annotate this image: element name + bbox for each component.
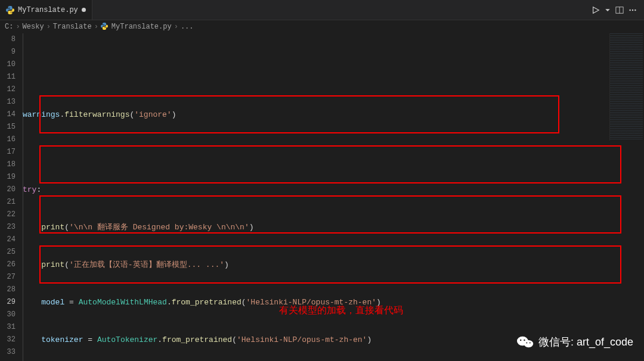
svg-point-3 [632,9,633,10]
breadcrumb[interactable]: C: › Wesky › Translate › MyTranslate.py … [0,20,644,33]
chevron-right-icon: › [16,23,20,31]
editor-tab[interactable]: MyTranslate.py [0,0,92,20]
split-editor-button[interactable] [615,6,624,14]
breadcrumb-file[interactable]: MyTranslate.py [112,23,172,31]
minimap[interactable] [609,33,643,141]
breadcrumb-part[interactable]: C: [5,23,13,31]
tab-bar: MyTranslate.py [0,0,644,20]
code-area[interactable]: warnings.filterwarnings('ignore') try: p… [23,33,644,361]
more-actions-button[interactable] [628,6,637,14]
chevron-right-icon: › [47,23,51,31]
code-editor[interactable]: 8910111213141516171819202122232425262728… [0,33,644,361]
run-button[interactable] [592,6,600,14]
python-file-icon [6,6,14,14]
breadcrumb-trailing[interactable]: ... [181,23,194,31]
line-number-gutter: 8910111213141516171819202122232425262728… [0,33,23,361]
run-controls [592,6,644,14]
breadcrumb-part[interactable]: Wesky [23,23,44,31]
run-dropdown[interactable] [605,7,611,13]
chevron-right-icon: › [174,23,178,31]
tab-filename: MyTranslate.py [18,6,78,14]
modified-indicator-icon [82,8,86,12]
breadcrumb-part[interactable]: Translate [53,23,92,31]
svg-point-4 [634,9,636,10]
svg-point-2 [629,9,630,10]
chevron-right-icon: › [94,23,98,31]
python-file-icon [101,23,109,31]
